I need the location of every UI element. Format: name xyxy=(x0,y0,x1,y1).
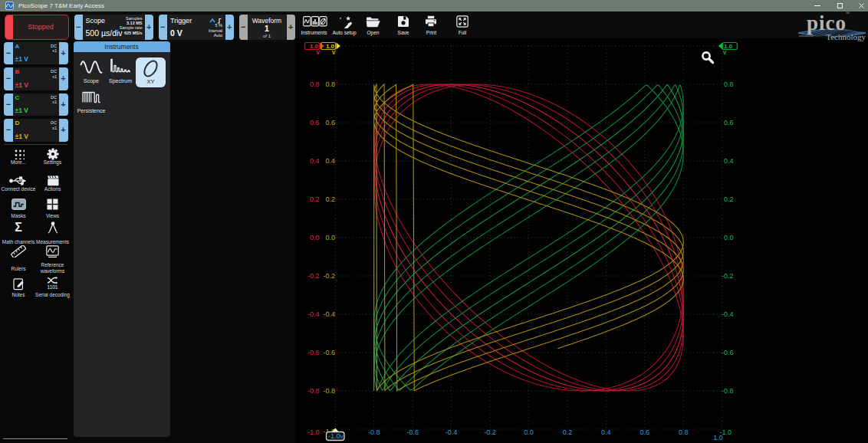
svg-text:-0.6: -0.6 xyxy=(406,428,419,436)
svg-text:0.2: 0.2 xyxy=(563,428,573,436)
svg-text:1.0: 1.0 xyxy=(713,434,723,441)
svg-text:-0.2: -0.2 xyxy=(307,272,320,280)
svg-text:V: V xyxy=(723,50,727,55)
svg-text:0.8: 0.8 xyxy=(679,428,689,436)
svg-text:V: V xyxy=(332,50,336,55)
svg-text:0.0: 0.0 xyxy=(524,428,534,436)
svg-text:0.6: 0.6 xyxy=(310,119,320,126)
svg-text:0.2: 0.2 xyxy=(325,195,335,203)
svg-text:1.0: 1.0 xyxy=(326,43,335,50)
svg-text:-0.4: -0.4 xyxy=(446,428,458,436)
svg-text:0.0: 0.0 xyxy=(325,234,335,241)
svg-text:0.8: 0.8 xyxy=(724,80,734,88)
svg-text:-0.6: -0.6 xyxy=(307,349,320,356)
svg-text:0.4: 0.4 xyxy=(310,157,320,165)
svg-text:0.4: 0.4 xyxy=(724,157,734,165)
svg-text:0.0: 0.0 xyxy=(724,234,734,241)
svg-text:-0.6: -0.6 xyxy=(323,349,335,356)
svg-text:0.0: 0.0 xyxy=(310,234,320,241)
svg-text:0.2: 0.2 xyxy=(310,195,320,203)
svg-text:-1.0: -1.0 xyxy=(307,428,320,436)
svg-text:-0.8: -0.8 xyxy=(323,387,335,395)
svg-text:1.0: 1.0 xyxy=(724,43,733,50)
svg-text:-0.8: -0.8 xyxy=(368,428,380,436)
svg-text:-0.2: -0.2 xyxy=(484,428,496,436)
svg-text:-0.8: -0.8 xyxy=(722,387,734,395)
svg-text:V: V xyxy=(340,433,344,440)
svg-text:V: V xyxy=(316,50,320,55)
svg-text:0.4: 0.4 xyxy=(601,428,611,436)
svg-text:0.8: 0.8 xyxy=(325,80,335,88)
svg-text:0.6: 0.6 xyxy=(325,119,335,126)
svg-text:-0.4: -0.4 xyxy=(307,310,320,318)
svg-text:-0.6: -0.6 xyxy=(722,349,734,356)
svg-text:-0.8: -0.8 xyxy=(307,387,320,395)
svg-text:1.0: 1.0 xyxy=(310,43,319,50)
svg-text:-0.4: -0.4 xyxy=(722,310,734,318)
svg-text:-0.2: -0.2 xyxy=(722,272,734,280)
svg-text:0.8: 0.8 xyxy=(310,80,320,88)
svg-text:0.6: 0.6 xyxy=(724,119,734,126)
svg-text:0.6: 0.6 xyxy=(640,428,650,436)
svg-text:-1.0: -1.0 xyxy=(328,432,340,440)
svg-text:-0.4: -0.4 xyxy=(323,310,335,318)
svg-text:0.4: 0.4 xyxy=(325,157,335,165)
svg-text:-0.2: -0.2 xyxy=(323,272,335,280)
svg-text:0.2: 0.2 xyxy=(724,195,734,203)
